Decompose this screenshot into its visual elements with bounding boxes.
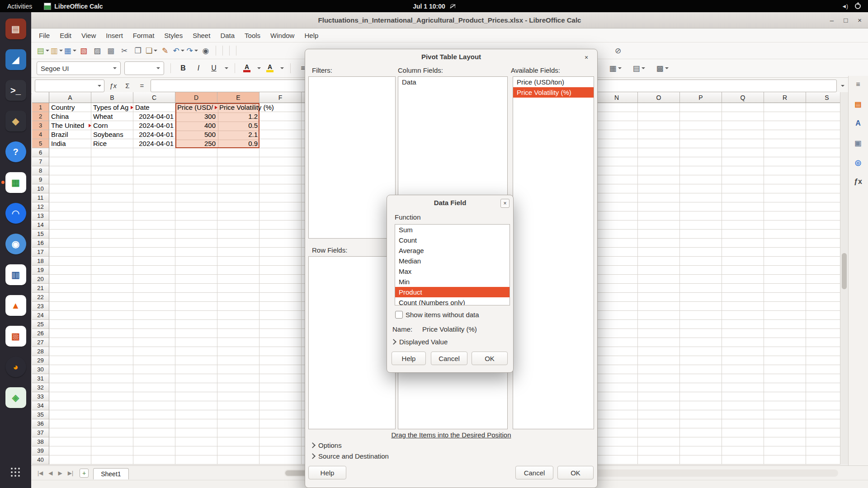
- italic-button[interactable]: I: [193, 62, 204, 75]
- row-header-25[interactable]: 25: [32, 320, 49, 329]
- available-field-item[interactable]: Price Volatility (%): [513, 87, 594, 98]
- cell-B4[interactable]: Soybeans: [91, 130, 133, 139]
- menu-help[interactable]: Help: [299, 30, 323, 41]
- column-header-C[interactable]: C: [133, 92, 175, 103]
- cell-D4[interactable]: 500: [175, 130, 217, 139]
- column-header-D[interactable]: D: [175, 92, 217, 103]
- row-header-17[interactable]: 17: [32, 248, 49, 257]
- row-header-18[interactable]: 18: [32, 257, 49, 266]
- cancel-button[interactable]: Cancel: [515, 466, 553, 479]
- dropdown-caret-icon[interactable]: [642, 67, 645, 69]
- chromium-icon[interactable]: ◉: [5, 234, 26, 254]
- menu-sheet[interactable]: Sheet: [188, 30, 215, 41]
- row-header-15[interactable]: 15: [32, 230, 49, 239]
- cell-C5[interactable]: 2024-04-01: [133, 139, 175, 148]
- close-icon[interactable]: ×: [500, 199, 509, 208]
- background-color-icon[interactable]: ▩: [656, 62, 669, 75]
- print-preview-icon[interactable]: ▩: [104, 44, 117, 57]
- sum-button[interactable]: Σ: [122, 80, 133, 92]
- dropdown-caret-icon[interactable]: [46, 50, 49, 52]
- row-header-33[interactable]: 33: [32, 392, 49, 401]
- font-size-combo[interactable]: [124, 61, 164, 75]
- cell-A4[interactable]: Brazil: [49, 130, 91, 139]
- thunderbird-icon[interactable]: ◠: [5, 203, 26, 224]
- function-option-count-numbers-only-[interactable]: Count (Numbers only): [395, 297, 509, 305]
- help-button[interactable]: Help: [308, 466, 346, 479]
- row-header-27[interactable]: 27: [32, 338, 49, 347]
- equals-button[interactable]: =: [136, 80, 148, 92]
- export-pdf-icon[interactable]: ▧: [77, 44, 90, 57]
- archive-app-icon[interactable]: ▤: [5, 19, 26, 39]
- row-header-39[interactable]: 39: [32, 446, 49, 455]
- vlc-icon[interactable]: ▲: [5, 295, 26, 316]
- cell-D5[interactable]: 250: [175, 139, 217, 148]
- dropdown-caret-icon[interactable]: [181, 50, 184, 52]
- row-header-32[interactable]: 32: [32, 383, 49, 392]
- underline-button[interactable]: U: [208, 62, 220, 75]
- row-header-34[interactable]: 34: [32, 401, 49, 410]
- menu-file[interactable]: File: [34, 30, 55, 41]
- vertical-scrollbar[interactable]: [840, 92, 848, 465]
- row-header-13[interactable]: 13: [32, 211, 49, 221]
- clock-button[interactable]: Jul 1 10:00: [413, 0, 455, 12]
- function-option-min[interactable]: Min: [395, 277, 509, 287]
- menu-view[interactable]: View: [76, 30, 101, 41]
- cancel-button[interactable]: Cancel: [431, 352, 467, 365]
- row-header-22[interactable]: 22: [32, 293, 49, 302]
- row-header-1[interactable]: 1: [32, 103, 49, 112]
- properties-icon[interactable]: ▤: [852, 98, 864, 110]
- row-header-23[interactable]: 23: [32, 302, 49, 311]
- row-fields-box[interactable]: [308, 256, 396, 429]
- cell-A1[interactable]: Country: [49, 103, 91, 112]
- gallery-icon[interactable]: ▣: [852, 137, 864, 149]
- cell-B3[interactable]: Corn: [91, 121, 133, 130]
- dropdown-caret-icon[interactable]: [154, 50, 157, 52]
- column-header-N[interactable]: N: [596, 92, 638, 103]
- row-header-37[interactable]: 37: [32, 428, 49, 437]
- dropdown-caret-icon[interactable]: [113, 67, 117, 69]
- cell-C3[interactable]: 2024-04-01: [133, 121, 175, 130]
- cell-C2[interactable]: 2024-04-01: [133, 112, 175, 121]
- row-header-29[interactable]: 29: [32, 356, 49, 365]
- row-header-7[interactable]: 7: [32, 157, 49, 166]
- row-header-21[interactable]: 21: [32, 284, 49, 293]
- dropdown-caret-icon[interactable]: [257, 67, 261, 69]
- expand-formula-bar-icon[interactable]: [841, 85, 844, 87]
- row-header-8[interactable]: 8: [32, 166, 49, 175]
- column-header-S[interactable]: S: [806, 92, 840, 103]
- dropdown-caret-icon[interactable]: [194, 50, 198, 52]
- row-header-9[interactable]: 9: [32, 175, 49, 184]
- function-option-count[interactable]: Count: [395, 235, 509, 245]
- row-header-30[interactable]: 30: [32, 365, 49, 374]
- find-replace-icon[interactable]: ◉: [199, 44, 212, 57]
- dropdown-caret-icon[interactable]: [280, 67, 284, 69]
- undo-icon[interactable]: ↶: [172, 44, 185, 57]
- cell-E4[interactable]: 2.1: [217, 130, 259, 139]
- menu-format[interactable]: Format: [128, 30, 160, 41]
- cell-A2[interactable]: China: [49, 112, 91, 121]
- dialog-title[interactable]: Pivot Table Layout: [305, 53, 597, 61]
- dropdown-caret-icon[interactable]: [59, 50, 63, 52]
- highlight-color-button[interactable]: A: [264, 62, 275, 75]
- function-option-sum[interactable]: Sum: [395, 225, 509, 235]
- vscode-icon[interactable]: ◢: [5, 49, 26, 70]
- column-header-A[interactable]: A: [49, 92, 91, 103]
- open-icon[interactable]: ▥: [50, 44, 63, 57]
- row-header-14[interactable]: 14: [32, 221, 49, 230]
- dropdown-caret-icon[interactable]: [98, 85, 101, 87]
- function-option-median[interactable]: Median: [395, 256, 509, 266]
- draw-functions-icon[interactable]: ⊘: [612, 44, 624, 57]
- focused-app-menu[interactable]: LibreOffice Calc: [44, 3, 103, 10]
- borders-icon[interactable]: ▦: [609, 62, 622, 75]
- column-header-E[interactable]: E: [217, 92, 259, 103]
- clone-formatting-icon[interactable]: ✎: [159, 44, 171, 57]
- row-header-5[interactable]: 5: [32, 139, 49, 148]
- row-header-28[interactable]: 28: [32, 347, 49, 356]
- next-sheet-button[interactable]: ▶: [57, 470, 64, 476]
- column-header-R[interactable]: R: [764, 92, 806, 103]
- border-style-icon[interactable]: ▤: [632, 62, 645, 75]
- navigator-icon[interactable]: ◎: [852, 156, 864, 168]
- maximize-button[interactable]: □: [844, 16, 848, 24]
- ok-button[interactable]: OK: [472, 352, 508, 365]
- options-expander[interactable]: Options: [311, 441, 342, 449]
